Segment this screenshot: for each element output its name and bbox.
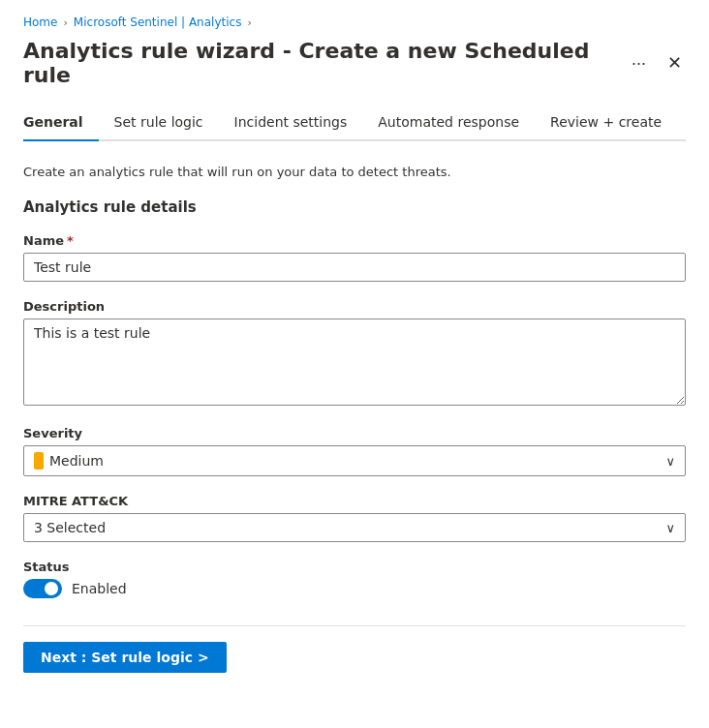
- severity-dropdown[interactable]: Medium ∨: [23, 445, 686, 476]
- breadcrumb-chevron-2: ›: [247, 16, 251, 29]
- toggle-track: [23, 579, 62, 598]
- name-field-group: Name *: [23, 233, 686, 282]
- tab-set-rule-logic[interactable]: Set rule logic: [99, 105, 219, 141]
- status-field-group: Status Enabled: [23, 560, 686, 598]
- name-label: Name *: [23, 233, 686, 248]
- severity-label: Severity: [23, 426, 686, 440]
- status-toggle-label: Enabled: [72, 581, 127, 596]
- mitre-dropdown[interactable]: 3 Selected ∨: [23, 513, 686, 542]
- tab-review-create[interactable]: Review + create: [535, 105, 677, 141]
- mitre-dropdown-wrapper: 3 Selected ∨: [23, 513, 686, 542]
- breadcrumb-sentinel[interactable]: Microsoft Sentinel | Analytics: [74, 15, 242, 29]
- mitre-field-group: MITRE ATT&CK 3 Selected ∨: [23, 494, 686, 542]
- mitre-value: 3 Selected: [34, 520, 675, 535]
- ellipsis-button[interactable]: ···: [626, 51, 652, 76]
- description-label: Description: [23, 299, 686, 314]
- close-button[interactable]: ✕: [663, 50, 686, 76]
- breadcrumb-chevron-1: ›: [63, 16, 67, 29]
- tab-incident-settings[interactable]: Incident settings: [219, 105, 363, 141]
- severity-color-indicator: [34, 452, 44, 470]
- breadcrumb: Home › Microsoft Sentinel | Analytics ›: [23, 15, 686, 29]
- section-title: Analytics rule details: [23, 198, 686, 216]
- mitre-label: MITRE ATT&CK: [23, 494, 686, 508]
- next-button[interactable]: Next : Set rule logic >: [23, 642, 227, 673]
- title-row: Analytics rule wizard - Create a new Sch…: [23, 39, 686, 87]
- severity-value: Medium: [49, 453, 675, 469]
- severity-field-group: Severity Medium ∨: [23, 426, 686, 476]
- page-title: Analytics rule wizard - Create a new Sch…: [23, 39, 626, 87]
- status-toggle-row: Enabled: [23, 579, 686, 598]
- breadcrumb-home[interactable]: Home: [23, 15, 57, 29]
- status-toggle[interactable]: [23, 579, 62, 598]
- title-actions: ··· ✕: [626, 50, 686, 76]
- required-indicator: *: [67, 233, 74, 248]
- footer-divider: [23, 625, 686, 626]
- description-field-group: Description This is a test rule: [23, 299, 686, 409]
- tab-general[interactable]: General: [23, 105, 99, 141]
- description-textarea[interactable]: This is a test rule: [23, 318, 686, 406]
- tab-automated-response[interactable]: Automated response: [362, 105, 535, 141]
- content-area: Create an analytics rule that will run o…: [23, 165, 686, 598]
- name-input[interactable]: [23, 253, 686, 282]
- toggle-thumb: [45, 582, 58, 595]
- severity-dropdown-wrapper: Medium ∨: [23, 445, 686, 476]
- tab-bar: General Set rule logic Incident settings…: [23, 105, 686, 141]
- status-label: Status: [23, 560, 686, 574]
- section-description: Create an analytics rule that will run o…: [23, 165, 686, 179]
